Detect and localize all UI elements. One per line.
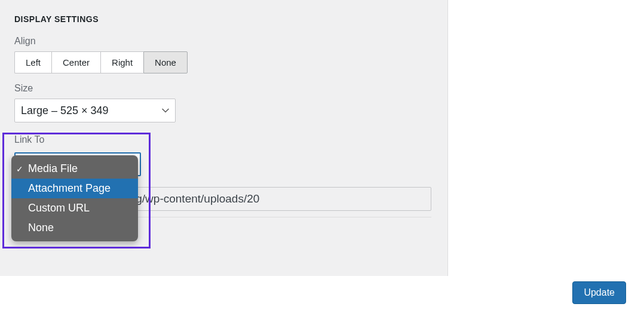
dropdown-item-label: Media File [28, 162, 78, 175]
link-to-section: Link To 8b8.eu1.wpsandbox.org/wp-content… [14, 134, 433, 145]
size-label: Size [14, 83, 433, 94]
dropdown-item-attachment-page[interactable]: Attachment Page [11, 179, 138, 198]
update-button[interactable]: Update [572, 281, 626, 304]
align-right-button[interactable]: Right [100, 51, 143, 73]
size-select[interactable]: Large – 525 × 349 [14, 99, 176, 122]
dropdown-item-label: None [28, 222, 54, 234]
settings-panel: DISPLAY SETTINGS Align Left Center Right… [0, 0, 448, 276]
section-title: DISPLAY SETTINGS [14, 14, 433, 24]
align-button-group: Left Center Right None [14, 51, 433, 73]
dropdown-item-label: Custom URL [28, 202, 90, 214]
link-to-dropdown: ✓ Media File Attachment Page Custom URL … [11, 155, 138, 241]
dropdown-item-custom-url[interactable]: Custom URL [11, 198, 138, 218]
check-icon: ✓ [16, 164, 26, 174]
align-left-button[interactable]: Left [14, 51, 51, 73]
chevron-down-icon [162, 108, 169, 113]
align-center-button[interactable]: Center [51, 51, 100, 73]
dropdown-item-media-file[interactable]: ✓ Media File [11, 159, 138, 179]
dropdown-item-label: Attachment Page [28, 182, 111, 195]
align-none-button[interactable]: None [143, 51, 188, 73]
dropdown-item-none[interactable]: None [11, 218, 138, 238]
link-to-label: Link To [14, 134, 433, 145]
align-label: Align [14, 36, 433, 47]
size-selected-value: Large – 525 × 349 [21, 105, 109, 117]
